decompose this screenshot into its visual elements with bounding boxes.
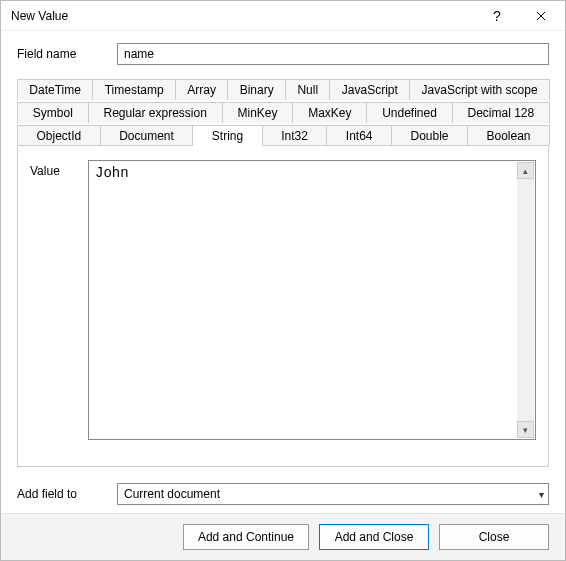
- scroll-down-icon: ▾: [523, 425, 528, 435]
- value-textarea-wrap: ▴ ▾: [88, 160, 536, 440]
- close-window-button[interactable]: [519, 2, 563, 30]
- tab-javascript-scope[interactable]: JavaScript with scope: [409, 79, 550, 100]
- close-button[interactable]: Close: [439, 524, 549, 550]
- scroll-up-button[interactable]: ▴: [517, 162, 534, 179]
- chevron-down-icon: ▾: [539, 489, 544, 500]
- tab-symbol[interactable]: Symbol: [17, 102, 89, 123]
- tab-null[interactable]: Null: [285, 79, 330, 100]
- tab-minkey[interactable]: MinKey: [222, 102, 294, 123]
- tab-row-3: ObjectId Document String Int32 Int64 Dou…: [17, 125, 549, 146]
- add-and-continue-button[interactable]: Add and Continue: [183, 524, 309, 550]
- tab-datetime[interactable]: DateTime: [17, 79, 93, 100]
- tab-objectid[interactable]: ObjectId: [17, 125, 101, 146]
- tab-int64[interactable]: Int64: [326, 125, 392, 146]
- field-name-input[interactable]: [117, 43, 549, 65]
- help-icon: ?: [493, 8, 501, 24]
- string-tab-panel: Value ▴ ▾: [17, 145, 549, 467]
- type-tabs: DateTime Timestamp Array Binary Null Jav…: [17, 79, 549, 146]
- tab-array[interactable]: Array: [175, 79, 228, 100]
- scroll-up-icon: ▴: [523, 166, 528, 176]
- tab-decimal128[interactable]: Decimal 128: [452, 102, 550, 123]
- tab-row-2: Symbol Regular expression MinKey MaxKey …: [17, 102, 549, 123]
- vertical-scrollbar[interactable]: ▴ ▾: [517, 162, 534, 438]
- tab-timestamp[interactable]: Timestamp: [92, 79, 176, 100]
- add-and-close-button[interactable]: Add and Close: [319, 524, 429, 550]
- tab-undefined[interactable]: Undefined: [366, 102, 452, 123]
- add-field-to-row: Add field to Current document ▾: [17, 483, 549, 505]
- value-textarea[interactable]: [89, 161, 535, 439]
- tab-regex[interactable]: Regular expression: [88, 102, 223, 123]
- close-icon: [536, 8, 546, 24]
- help-button[interactable]: ?: [475, 2, 519, 30]
- dialog-body: Field name DateTime Timestamp Array Bina…: [1, 31, 565, 513]
- tab-row-1: DateTime Timestamp Array Binary Null Jav…: [17, 79, 549, 100]
- window-title: New Value: [11, 9, 475, 23]
- tab-binary[interactable]: Binary: [227, 79, 286, 100]
- tab-double[interactable]: Double: [391, 125, 468, 146]
- tab-document[interactable]: Document: [100, 125, 194, 146]
- new-value-dialog: New Value ? Field name DateTime Timestam…: [0, 0, 566, 561]
- tab-maxkey[interactable]: MaxKey: [292, 102, 367, 123]
- tab-int32[interactable]: Int32: [262, 125, 328, 146]
- tab-javascript[interactable]: JavaScript: [329, 79, 410, 100]
- tab-boolean[interactable]: Boolean: [467, 125, 550, 146]
- dialog-footer: Add and Continue Add and Close Close: [1, 513, 565, 560]
- field-name-label: Field name: [17, 47, 117, 61]
- titlebar: New Value ?: [1, 1, 565, 31]
- scroll-down-button[interactable]: ▾: [517, 421, 534, 438]
- add-field-to-select[interactable]: Current document ▾: [117, 483, 549, 505]
- add-field-to-label: Add field to: [17, 487, 117, 501]
- type-tabs-area: DateTime Timestamp Array Binary Null Jav…: [17, 77, 549, 467]
- tab-string[interactable]: String: [192, 125, 262, 146]
- value-label: Value: [30, 160, 88, 454]
- field-name-row: Field name: [17, 43, 549, 65]
- add-field-to-value: Current document: [124, 487, 220, 501]
